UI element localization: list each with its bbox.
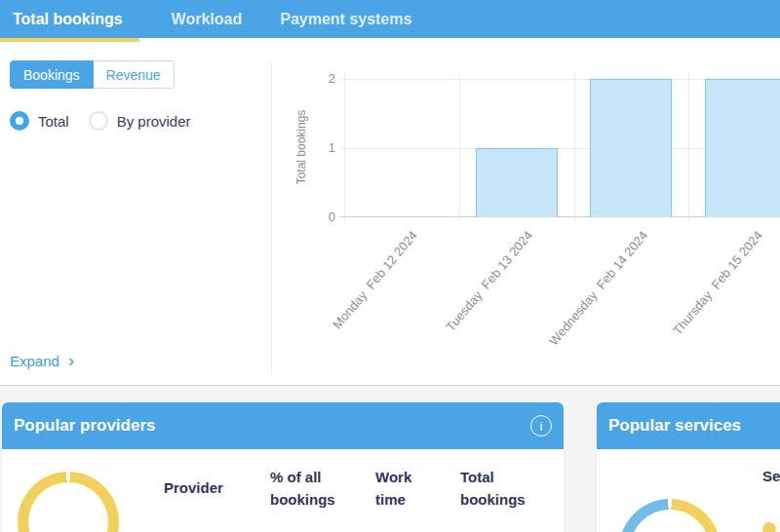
info-icon[interactable]: i	[530, 415, 552, 437]
chart-gridline-v	[688, 73, 689, 223]
total-bookings-bar-chart: Total bookings 012Monday Feb 12 2024Tues…	[271, 42, 780, 385]
dashboard-lower-section: Popular providers i Provider % of all bo…	[0, 385, 780, 532]
radio-selected-icon[interactable]	[10, 111, 29, 131]
chart-gridline-v	[574, 73, 575, 223]
col-total-bookings: Total bookings	[460, 467, 530, 511]
chart-gridline-v	[344, 73, 345, 223]
services-donut-chart	[619, 499, 721, 532]
col-pct-of-all-bookings: % of all bookings	[270, 467, 342, 511]
chart-x-tick-label: Wednesday Feb 14 2024	[546, 228, 650, 349]
top-tab-bar: Total bookings Workload Payment systems	[0, 0, 780, 38]
popular-providers-header: Popular providers i	[2, 402, 564, 449]
col-provider: Provider	[164, 477, 223, 500]
revenue-toggle-button[interactable]: Revenue	[94, 60, 175, 89]
popular-providers-card: Popular providers i Provider % of all bo…	[2, 402, 564, 532]
bookings-toggle-button[interactable]: Bookings	[10, 60, 94, 89]
radio-by-provider-label: By provider	[117, 113, 191, 130]
chart-y-tick-label: 1	[271, 141, 335, 155]
radio-unselected-icon[interactable]	[89, 111, 108, 131]
popular-services-card: Popular services Service	[597, 402, 780, 532]
chart-y-tick-label: 0	[271, 210, 335, 224]
col-service: Service	[762, 466, 780, 488]
tab-total-bookings[interactable]: Total bookings	[0, 0, 152, 38]
radio-total[interactable]: Total	[10, 111, 69, 131]
radio-total-label: Total	[38, 113, 69, 130]
chart-mode-radios: Total By provider	[10, 111, 191, 131]
chart-gridline-v	[459, 73, 460, 223]
expand-label: Expand	[10, 353, 59, 369]
chart-bar	[590, 79, 672, 217]
tab-workload[interactable]: Workload	[152, 0, 262, 38]
bookings-revenue-toggle: Bookings Revenue	[10, 60, 175, 89]
chart-x-tick-label: Thursday Feb 15 2024	[670, 228, 765, 338]
chart-x-tick: Thursday Feb 15 2024	[539, 226, 754, 244]
service-legend-dot	[762, 522, 776, 532]
chart-bar	[476, 148, 558, 217]
radio-by-provider[interactable]: By provider	[89, 111, 191, 131]
chart-y-tick-label: 2	[271, 72, 335, 86]
chevron-right-icon: ›	[68, 354, 74, 368]
expand-link[interactable]: Expand ›	[10, 353, 74, 369]
total-bookings-panel: Bookings Revenue Total By provider Expan…	[0, 42, 780, 385]
popular-providers-title: Popular providers	[14, 416, 155, 436]
popular-services-header: Popular services	[597, 402, 780, 449]
tab-payment-systems[interactable]: Payment systems	[261, 0, 430, 38]
chart-x-tick-label: Tuesday Feb 13 2024	[443, 228, 535, 334]
col-work-time: Work time	[375, 467, 420, 511]
chart-bar	[705, 79, 780, 217]
providers-donut-chart	[18, 472, 119, 532]
popular-services-title: Popular services	[608, 416, 741, 436]
